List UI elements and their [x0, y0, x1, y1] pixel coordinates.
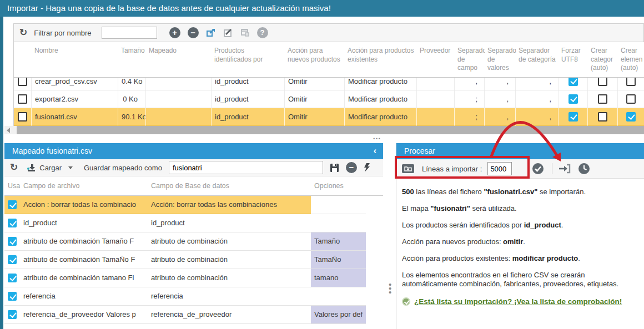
scrollbar-thumb[interactable]	[17, 126, 644, 134]
use-field-checkbox[interactable]	[8, 255, 17, 264]
file-sep-field-cell: ;	[455, 90, 485, 108]
files-col-accion-existentes[interactable]: Acción para productos existentes	[345, 42, 417, 77]
file-field-cell: atributo de combinación tamano Fl	[20, 269, 148, 287]
table-row[interactable]: exportar2.csv 0 Ko id_product Omitir Mod…	[14, 90, 644, 108]
options-cell[interactable]: tamano	[311, 269, 366, 287]
options-cell[interactable]	[311, 287, 366, 306]
file-action-new-cell: Omitir	[285, 78, 345, 90]
vertical-splitter-handle[interactable]: •••	[389, 282, 391, 293]
use-field-checkbox[interactable]	[8, 219, 17, 227]
create-categories-checkbox[interactable]	[598, 112, 607, 122]
mapping-col-campo-bd[interactable]: Campo de Base de datos	[148, 176, 311, 195]
row-select-checkbox[interactable]	[18, 112, 27, 122]
list-item[interactable]: atributo de combinación Tamaño F atribut…	[4, 232, 383, 251]
mapping-col-opciones[interactable]: Opciones	[311, 176, 366, 195]
files-col-crear-categor[interactable]: Crear categor (auto)	[588, 42, 618, 77]
db-field-cell: atributo de combinación	[148, 251, 311, 269]
options-cell[interactable]	[311, 214, 366, 232]
add-file-icon[interactable]: +	[169, 27, 180, 38]
mapping-col-campo-archivo[interactable]: Campo de archivo	[20, 176, 148, 195]
checklist-link[interactable]: ¿Está lista su importación? ¡Vea la list…	[414, 297, 622, 306]
force-utf8-checkbox[interactable]	[568, 112, 578, 122]
force-utf8-checkbox[interactable]	[568, 78, 578, 86]
list-item[interactable]: referencia referencia	[4, 287, 383, 306]
validate-icon[interactable]	[532, 163, 544, 175]
list-item[interactable]: atributo de combinación tamano Fl atribu…	[4, 269, 383, 287]
load-mapping-button[interactable]: Cargar	[27, 164, 73, 172]
use-field-checkbox[interactable]	[8, 274, 17, 282]
file-sep-field-cell: ;	[455, 108, 485, 126]
file-size-cell: 90.1 Ko	[118, 108, 146, 126]
files-col-nombre[interactable]: Nombre	[32, 42, 118, 77]
options-cell[interactable]: TamaÑo	[311, 251, 366, 269]
files-col-identificados[interactable]: Productos identificados por	[212, 42, 285, 77]
import-icon[interactable]	[558, 163, 571, 174]
use-field-checkbox[interactable]	[8, 237, 17, 246]
create-elements-checkbox[interactable]	[626, 112, 636, 122]
files-col-sep-campo[interactable]: Separador de campo	[455, 42, 485, 77]
list-item[interactable]: id_product id_product	[4, 214, 383, 232]
lines-to-import-input[interactable]	[487, 162, 512, 175]
options-cell[interactable]	[311, 196, 366, 214]
horizontal-splitter-handle[interactable]: …	[373, 131, 381, 141]
collapse-panel-icon[interactable]: ‹	[374, 143, 376, 158]
use-field-checkbox[interactable]	[8, 310, 17, 319]
edit-icon[interactable]	[223, 28, 233, 38]
file-identified-by-cell: id_product	[212, 108, 285, 126]
files-col-select	[14, 42, 32, 77]
schedule-clock-icon[interactable]	[578, 163, 590, 175]
list-item[interactable]: Accion : borrar todas la combinacio Acci…	[4, 196, 383, 214]
force-utf8-checkbox[interactable]	[568, 94, 578, 104]
files-col-mapeado[interactable]: Mapeado	[146, 42, 212, 77]
files-col-sep-categoria[interactable]: Separador de categoría	[516, 42, 559, 77]
create-categories-checkbox[interactable]	[598, 94, 607, 104]
window-title: Importar - Haga una copia de la base de …	[0, 0, 644, 17]
use-field-checkbox[interactable]	[8, 292, 17, 301]
file-sep-values-cell: ,	[485, 108, 516, 126]
create-categories-checkbox[interactable]	[598, 78, 607, 86]
file-mapped-cell	[146, 108, 212, 126]
files-col-sep-valores[interactable]: Separador de valores	[485, 42, 516, 77]
refresh-icon[interactable]: ↻	[19, 28, 27, 38]
process-messages: 500 las líneas del fichero "fusionatri.c…	[396, 179, 644, 296]
file-field-cell: id_product	[20, 214, 148, 232]
files-col-utf8[interactable]: Forzar UTF8	[559, 42, 588, 77]
files-col-tamano[interactable]: Tamaño	[118, 42, 146, 77]
create-elements-checkbox[interactable]	[626, 94, 636, 104]
process-toolbar: Líneas a importar :	[396, 159, 644, 179]
help-icon[interactable]: ?	[257, 27, 268, 38]
filter-input[interactable]	[102, 27, 157, 39]
options-cell[interactable]: Valores por def	[311, 306, 366, 324]
file-identified-by-cell: id_product	[212, 78, 285, 90]
file-size-cell: 0.4 Ko	[118, 78, 146, 90]
lightning-icon[interactable]	[364, 163, 371, 173]
files-col-proveedor[interactable]: Proveedor	[417, 42, 455, 77]
scroll-left-arrow-icon[interactable]	[7, 128, 10, 133]
use-field-checkbox[interactable]	[8, 200, 17, 209]
create-elements-checkbox[interactable]	[626, 78, 636, 86]
remove-file-icon[interactable]: −	[188, 27, 199, 38]
process-message: Acción para productos existentes: modifi…	[402, 254, 642, 263]
save-mapping-icon[interactable]	[330, 163, 339, 173]
row-select-checkbox[interactable]	[18, 78, 27, 86]
files-col-crear-elemen[interactable]: Crear elemen (auto)	[618, 42, 644, 77]
row-select-checkbox[interactable]	[18, 94, 27, 104]
file-action-existing-cell: Modificar producto	[345, 108, 417, 126]
save-mapping-as-label: Guardar mapeado como	[84, 164, 162, 172]
open-external-icon[interactable]	[206, 28, 216, 38]
folder-plus-icon[interactable]	[402, 164, 414, 174]
table-row[interactable]: fusionatri.csv 90.1 Ko id_product Omitir…	[14, 108, 644, 126]
options-cell[interactable]: Tamaño	[311, 232, 366, 251]
table-row[interactable]: crear_prod_csv.csv 0.4 Ko id_product Omi…	[14, 78, 644, 90]
load-mapping-icon	[27, 164, 36, 172]
remove-mapping-icon[interactable]: −	[346, 162, 357, 173]
mapping-name-input[interactable]	[169, 161, 323, 174]
mapping-panel-header: Mapeado fusionatri.csv ‹	[4, 143, 383, 159]
horizontal-scrollbar[interactable]	[4, 126, 644, 134]
list-item[interactable]: atributo de combinación TamaÑo F atribut…	[4, 251, 383, 269]
files-col-accion-nuevos[interactable]: Acción para nuevos productos	[285, 42, 345, 77]
refresh-mapping-icon[interactable]: ↻	[10, 163, 18, 173]
window-icon[interactable]	[240, 28, 250, 37]
process-message: Los elementos encontrados en el fichero …	[402, 271, 642, 288]
list-item[interactable]: referencia_de_proveedor Valores p refere…	[4, 306, 383, 324]
